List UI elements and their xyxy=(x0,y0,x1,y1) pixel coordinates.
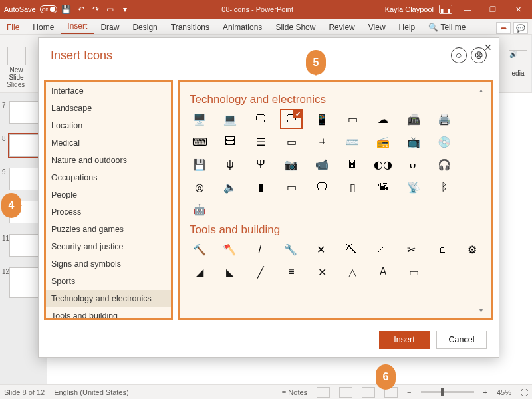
antenna-icon[interactable]: 📡 xyxy=(404,178,424,196)
category-item[interactable]: Security and justice xyxy=(46,238,171,255)
tool-icon[interactable]: ✕ xyxy=(312,263,332,281)
monitor-globe-icon[interactable]: 🖵 xyxy=(251,110,271,128)
category-item[interactable]: Landscape xyxy=(46,100,171,117)
usb-cable-icon[interactable]: ψ xyxy=(220,156,240,173)
desktop-computer-icon[interactable]: 🖥️ xyxy=(190,110,209,128)
bluetooth-icon[interactable]: ᛒ xyxy=(434,178,454,196)
monitor-selected-icon[interactable]: 🖵 xyxy=(281,110,301,128)
cancel-button[interactable]: Cancel xyxy=(436,331,487,349)
cpu-chip-icon[interactable]: ⌗ xyxy=(312,133,332,150)
category-item[interactable]: People xyxy=(46,186,171,203)
tool-icon[interactable]: ╱ xyxy=(251,263,271,281)
paint-roller-icon[interactable]: ⟋ xyxy=(372,241,392,258)
robot-icon[interactable]: 🤖 xyxy=(190,201,209,218)
record-player-icon[interactable]: ◎ xyxy=(190,178,209,196)
floppy-disk-icon[interactable]: 💾 xyxy=(190,156,209,173)
axe-icon[interactable]: 🪓 xyxy=(220,241,240,258)
smartphone-icon[interactable]: 📱 xyxy=(312,110,332,128)
camera-icon[interactable]: 📷 xyxy=(281,156,301,173)
video-camera-icon[interactable]: 📹 xyxy=(312,156,332,173)
hammer-icon[interactable]: 🔨 xyxy=(190,241,209,258)
pickaxe-icon[interactable]: ⛏ xyxy=(341,241,361,258)
crossed-wrench-icon[interactable]: ✕ xyxy=(311,241,331,258)
handsaw-icon[interactable]: ⩍ xyxy=(432,241,452,258)
scanner-icon[interactable]: ▭ xyxy=(281,133,301,150)
tutorial-badge-6: 6 xyxy=(376,364,396,390)
typewriter-icon[interactable]: ⌨ xyxy=(190,133,209,150)
tool-icon[interactable]: ▭ xyxy=(404,263,424,281)
radio-icon[interactable]: 📻 xyxy=(373,133,393,150)
category-item[interactable]: Location xyxy=(46,117,171,134)
tool-icon[interactable]: A xyxy=(373,263,393,281)
tv-screen-icon[interactable]: 🖵 xyxy=(312,178,332,196)
speaker-icon[interactable]: 🔈 xyxy=(220,178,240,196)
category-item[interactable]: Puzzles and games xyxy=(46,221,171,238)
wrench-icon[interactable]: 🔧 xyxy=(281,241,301,258)
category-item[interactable]: Sports xyxy=(46,273,171,290)
projector-screen-icon[interactable]: ▯ xyxy=(342,178,362,196)
cloud-computing-icon[interactable]: ☁ xyxy=(373,110,393,128)
television-icon[interactable]: 📺 xyxy=(404,133,424,150)
usb-symbol-icon[interactable]: Ψ xyxy=(251,156,271,173)
dialog-backdrop: ✕ Insert Icons ☺ ☹ Interface Landscape L… xyxy=(0,0,532,399)
category-item[interactable]: Nature and outdoors xyxy=(46,152,171,169)
category-item[interactable]: Signs and symbols xyxy=(46,255,171,273)
dialog-close-button[interactable]: ✕ xyxy=(484,42,492,53)
tool-icon[interactable]: ≡ xyxy=(281,263,301,281)
keyboard-icon[interactable]: ⌨️ xyxy=(342,133,362,150)
calculator-icon[interactable]: 🖩 xyxy=(342,156,362,173)
projector-icon[interactable]: 📽 xyxy=(373,178,393,196)
insert-icons-dialog: ✕ Insert Icons ☺ ☹ Interface Landscape L… xyxy=(38,37,499,358)
icon-results-panel: ▴▾ Technology and electronics 🖥️ 💻 🖵 🖵 📱… xyxy=(178,80,493,320)
icon-category-list[interactable]: Interface Landscape Location Medical Nat… xyxy=(44,80,173,320)
category-item[interactable]: Medical xyxy=(46,134,171,152)
film-icon[interactable]: 🎞 xyxy=(220,133,240,150)
earbuds-icon[interactable]: ᕂ xyxy=(404,156,424,173)
tool-icon[interactable]: ◢ xyxy=(190,263,209,281)
feedback-smile-button[interactable]: ☺ xyxy=(451,47,467,63)
server-icon[interactable]: ☰ xyxy=(251,133,271,150)
category-item[interactable]: Tools and building xyxy=(46,307,171,320)
section-title-tools: Tools and building xyxy=(190,223,482,237)
insert-button[interactable]: Insert xyxy=(379,331,430,349)
remote-icon[interactable]: ▮ xyxy=(251,178,271,196)
category-item[interactable]: Technology and electronics xyxy=(46,290,171,307)
cd-icon[interactable]: 💿 xyxy=(434,133,454,150)
tutorial-badge-5: 5 xyxy=(306,50,326,75)
tutorial-badge-4: 4 xyxy=(1,193,21,218)
category-item[interactable]: Occupations xyxy=(46,169,171,186)
tool-icon[interactable]: ◣ xyxy=(220,263,240,281)
vr-headset-icon[interactable]: ◐◑ xyxy=(373,156,393,173)
dvd-player-icon[interactable]: ▭ xyxy=(281,178,301,196)
tool-icon[interactable]: △ xyxy=(342,263,362,281)
section-title-tech: Technology and electronics xyxy=(190,93,482,106)
category-item[interactable]: Interface xyxy=(46,82,171,100)
headphones-icon[interactable]: 🎧 xyxy=(434,156,454,173)
screwdriver-icon[interactable]: / xyxy=(250,241,270,258)
printer-icon[interactable]: 🖨️ xyxy=(434,110,454,128)
tablet-icon[interactable]: ▭ xyxy=(342,110,362,128)
laptop-icon[interactable]: 💻 xyxy=(220,110,240,128)
fax-icon[interactable]: 📠 xyxy=(404,110,424,128)
swiss-army-knife-icon[interactable]: ✂ xyxy=(402,241,422,258)
category-item[interactable]: Process xyxy=(46,203,171,221)
dialog-title: Insert Icons xyxy=(51,49,112,63)
